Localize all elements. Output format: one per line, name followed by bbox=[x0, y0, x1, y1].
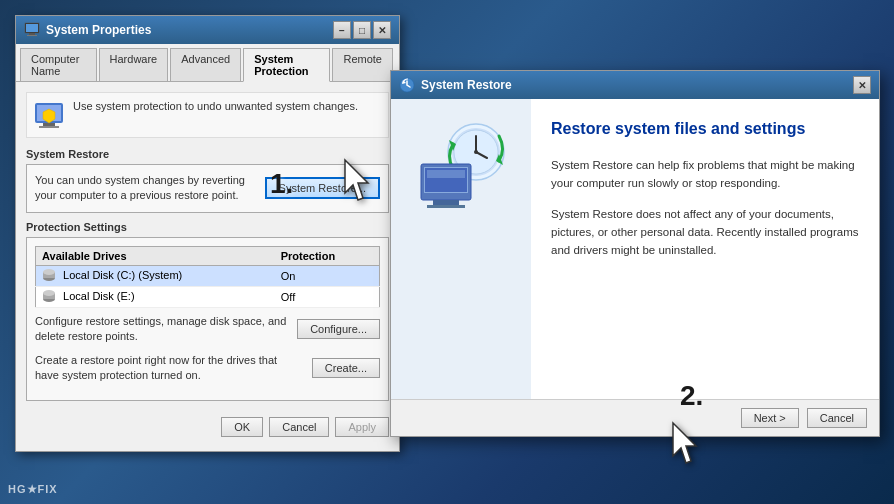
drive-c-protection: On bbox=[275, 265, 380, 286]
restore-cancel-button[interactable]: Cancel bbox=[807, 408, 867, 428]
drive-e-name: Local Disk (E:) bbox=[36, 286, 275, 307]
create-description: Create a restore point right now for the… bbox=[35, 353, 304, 384]
bottom-buttons: OK Cancel Apply bbox=[26, 409, 389, 441]
system-properties-icon bbox=[24, 22, 40, 38]
cancel-button[interactable]: Cancel bbox=[269, 417, 329, 437]
svg-rect-7 bbox=[39, 126, 59, 128]
restore-body: Restore system files and settings System… bbox=[391, 99, 879, 399]
shield-protect-icon bbox=[33, 99, 65, 131]
restore-footer: Next > Cancel bbox=[391, 399, 879, 436]
restore-left-panel bbox=[391, 99, 531, 399]
info-text: Use system protection to undo unwanted s… bbox=[73, 99, 358, 114]
hg-fix-logo: HG★FIX bbox=[8, 483, 58, 496]
svg-rect-1 bbox=[26, 24, 38, 32]
restore-right-panel: Restore system files and settings System… bbox=[531, 99, 879, 399]
titlebar-left: System Properties bbox=[24, 22, 151, 38]
create-button[interactable]: Create... bbox=[312, 358, 380, 378]
window-content: Use system protection to undo unwanted s… bbox=[16, 82, 399, 451]
system-restore-description: You can undo system changes by reverting… bbox=[35, 173, 257, 204]
close-button[interactable]: ✕ bbox=[373, 21, 391, 39]
drive-c-name: Local Disk (C:) (System) bbox=[36, 265, 275, 286]
restore-description-1: System Restore can help fix problems tha… bbox=[551, 156, 859, 193]
system-properties-titlebar: System Properties − □ ✕ bbox=[16, 16, 399, 44]
info-section: Use system protection to undo unwanted s… bbox=[26, 92, 389, 138]
configure-button[interactable]: Configure... bbox=[297, 319, 380, 339]
svg-rect-6 bbox=[43, 123, 55, 126]
tab-computer-name[interactable]: Computer Name bbox=[20, 48, 97, 81]
svg-point-22 bbox=[474, 150, 478, 154]
minimize-button[interactable]: − bbox=[333, 21, 351, 39]
create-row: Create a restore point right now for the… bbox=[35, 353, 380, 384]
system-restore-section-label: System Restore bbox=[26, 148, 389, 160]
drive-c-icon bbox=[42, 269, 56, 283]
tab-system-protection[interactable]: System Protection bbox=[243, 48, 330, 82]
svg-rect-3 bbox=[27, 35, 37, 36]
restore-illustration bbox=[411, 114, 511, 214]
table-row[interactable]: Local Disk (E:) Off bbox=[36, 286, 380, 307]
col-protection: Protection bbox=[275, 246, 380, 265]
protection-settings-label: Protection Settings bbox=[26, 221, 389, 233]
maximize-button[interactable]: □ bbox=[353, 21, 371, 39]
configure-row: Configure restore settings, manage disk … bbox=[35, 314, 380, 345]
restore-description-2: System Restore does not affect any of yo… bbox=[551, 205, 859, 260]
tab-remote[interactable]: Remote bbox=[332, 48, 393, 81]
drives-table: Available Drives Protection Local Disk ( bbox=[35, 246, 380, 308]
restore-titlebar-buttons: ✕ bbox=[853, 76, 871, 94]
step-2-label: 2. bbox=[680, 380, 703, 412]
col-available-drives: Available Drives bbox=[36, 246, 275, 265]
svg-rect-30 bbox=[427, 170, 465, 178]
svg-rect-28 bbox=[427, 205, 465, 208]
apply-button[interactable]: Apply bbox=[335, 417, 389, 437]
tab-advanced[interactable]: Advanced bbox=[170, 48, 241, 81]
system-properties-title: System Properties bbox=[46, 23, 151, 37]
system-properties-window: System Properties − □ ✕ Computer Name Ha… bbox=[15, 15, 400, 452]
tab-hardware[interactable]: Hardware bbox=[99, 48, 169, 81]
svg-rect-2 bbox=[29, 33, 35, 35]
restore-titlebar-left: System Restore bbox=[399, 77, 512, 93]
next-button[interactable]: Next > bbox=[741, 408, 799, 428]
ok-button[interactable]: OK bbox=[221, 417, 263, 437]
protection-settings: Available Drives Protection Local Disk ( bbox=[26, 237, 389, 401]
restore-window-title: System Restore bbox=[421, 78, 512, 92]
step-1-label: 1. bbox=[270, 168, 293, 200]
svg-point-10 bbox=[43, 269, 55, 275]
table-row[interactable]: Local Disk (C:) (System) On bbox=[36, 265, 380, 286]
restore-icon bbox=[399, 77, 415, 93]
restore-main-heading: Restore system files and settings bbox=[551, 119, 859, 140]
restore-close-button[interactable]: ✕ bbox=[853, 76, 871, 94]
titlebar-buttons: − □ ✕ bbox=[333, 21, 391, 39]
system-restore-window: System Restore ✕ bbox=[390, 70, 880, 437]
drive-e-protection: Off bbox=[275, 286, 380, 307]
tabs-bar: Computer Name Hardware Advanced System P… bbox=[16, 44, 399, 82]
system-restore-section: You can undo system changes by reverting… bbox=[26, 164, 389, 213]
svg-rect-27 bbox=[433, 200, 459, 205]
restore-row: You can undo system changes by reverting… bbox=[35, 173, 380, 204]
configure-description: Configure restore settings, manage disk … bbox=[35, 314, 289, 345]
drive-e-icon bbox=[42, 290, 56, 304]
svg-point-13 bbox=[43, 290, 55, 296]
restore-titlebar: System Restore ✕ bbox=[391, 71, 879, 99]
